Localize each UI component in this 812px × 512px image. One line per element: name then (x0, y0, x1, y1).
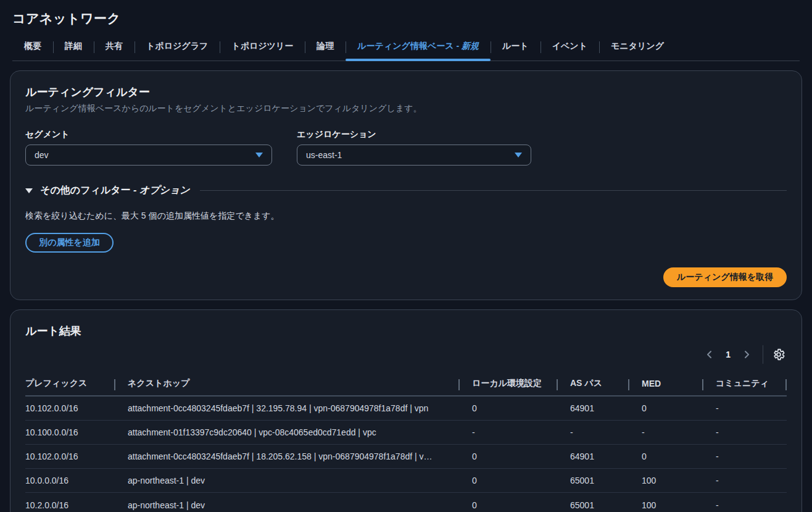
toolbar-divider (763, 345, 763, 364)
table-cell: 0 (460, 451, 558, 461)
column-header: AS パス (558, 374, 629, 395)
table-cell: 10.100.0.0/16 (25, 427, 115, 437)
tab-list: 概要詳細共有トポロジグラフトポロジツリー論理ルーティング情報ベース - 新規ルー… (12, 35, 800, 61)
tab-sharing[interactable]: 共有 (94, 35, 135, 61)
get-routing-information-button[interactable]: ルーティング情報を取得 (663, 267, 787, 287)
table-cell: 0 (460, 403, 558, 413)
caret-down-icon (515, 153, 522, 157)
routing-filter-title: ルーティングフィルター (25, 83, 787, 99)
more-filters-expander[interactable]: その他のフィルター - オプション (25, 184, 787, 197)
table-cell: 65001 (558, 500, 629, 510)
chevron-right-icon (742, 350, 752, 359)
table-cell: 0 (629, 451, 703, 461)
table-cell: 10.2.0.0/16 (25, 500, 115, 510)
column-header: ネクストホップ (115, 374, 460, 395)
column-resize-handle[interactable] (785, 379, 787, 390)
edge-location-field: エッジロケーション us-east-1 (297, 129, 531, 166)
segment-select-value: dev (35, 150, 49, 160)
table-row: 10.102.0.0/16attachment-0cc4803245fdaeb7… (25, 445, 787, 469)
table-cell: attachment-0cc4803245fdaeb7f | 18.205.62… (115, 451, 460, 461)
table-cell: - (703, 451, 787, 461)
triangle-down-icon (25, 188, 33, 193)
table-cell: 10.102.0.0/16 (25, 403, 115, 413)
page-header: コアネットワーク 概要詳細共有トポロジグラフトポロジツリー論理ルーティング情報ベ… (0, 0, 812, 61)
page-title: コアネットワーク (12, 10, 800, 27)
table-cell: - (460, 427, 558, 437)
table-cell: 10.0.0.0/16 (25, 476, 115, 485)
table-cell: ap-northeast-1 | dev (115, 500, 460, 510)
route-table-header: プレフィックスネクストホップローカル環境設定AS パスMEDコミュニティ (25, 374, 787, 397)
table-cell: attachment-01f13397c9dc20640 | vpc-08c40… (115, 427, 460, 437)
segment-field: セグメント dev (25, 129, 272, 166)
table-cell: 100 (629, 500, 703, 510)
next-page-button[interactable] (738, 347, 755, 362)
edge-location-label: エッジロケーション (297, 129, 531, 140)
tab-logical[interactable]: 論理 (305, 35, 346, 61)
table-cell: - (703, 500, 787, 510)
more-filters-help-text: 検索を絞り込むために、最大 5 個の追加属性値を指定できます。 (25, 211, 787, 222)
chevron-left-icon (705, 350, 715, 359)
table-cell: - (703, 403, 787, 413)
add-attribute-button[interactable]: 別の属性を追加 (25, 233, 114, 253)
table-cell: - (629, 427, 703, 437)
table-cell: 0 (629, 403, 703, 413)
expander-divider (200, 190, 787, 191)
caret-down-icon (255, 153, 263, 157)
table-cell: 10.102.0.0/16 (25, 451, 115, 461)
routing-filter-panel: ルーティングフィルター ルーティング情報ベースからのルートをセグメントとエッジロ… (10, 70, 802, 300)
table-cell: 0 (460, 500, 558, 510)
table-settings-button[interactable] (771, 346, 787, 363)
table-cell: 64901 (558, 451, 629, 461)
table-cell: 65001 (558, 476, 629, 485)
table-cell: 100 (629, 476, 703, 485)
tab-routing-information-base[interactable]: ルーティング情報ベース - 新規 (346, 35, 491, 61)
column-header: ローカル環境設定 (460, 374, 558, 395)
tab-topology-tree[interactable]: トポロジツリー (220, 35, 305, 61)
tab-monitoring[interactable]: モニタリング (599, 35, 676, 61)
tab-routes[interactable]: ルート (491, 35, 541, 61)
filter-panel-footer: ルーティング情報を取得 (25, 267, 787, 287)
route-table: プレフィックスネクストホップローカル環境設定AS パスMEDコミュニティ 10.… (25, 374, 787, 512)
edge-location-select-value: us-east-1 (306, 150, 342, 160)
route-table-body: 10.102.0.0/16attachment-0cc4803245fdaeb7… (25, 397, 787, 512)
tab-details[interactable]: 詳細 (53, 35, 94, 61)
table-cell: 64901 (558, 403, 629, 413)
route-results-title: ルート結果 (25, 322, 787, 338)
results-toolbar: 1 (25, 345, 787, 364)
more-filters-label: その他のフィルター - オプション (40, 184, 190, 197)
table-row: 10.102.0.0/16attachment-0cc4803245fdaeb7… (25, 397, 787, 421)
table-cell: 0 (460, 476, 558, 485)
route-results-panel: ルート結果 1 プレフィックスネクストホップローカル環境設定AS パスMEDコミ… (10, 309, 802, 512)
column-header: MED (629, 375, 703, 395)
table-cell: ap-northeast-1 | dev (115, 476, 460, 485)
table-cell: - (558, 427, 629, 437)
segment-label: セグメント (25, 129, 272, 140)
column-header: コミュニティ (703, 374, 787, 395)
table-cell: - (703, 427, 787, 437)
previous-page-button[interactable] (701, 347, 718, 362)
table-row: 10.100.0.0/16attachment-01f13397c9dc2064… (25, 421, 787, 445)
tab-overview[interactable]: 概要 (12, 35, 53, 61)
filter-fields-row: セグメント dev エッジロケーション us-east-1 (25, 129, 787, 166)
edge-location-select[interactable]: us-east-1 (297, 145, 531, 166)
table-row: 10.2.0.0/16ap-northeast-1 | dev065001100… (25, 493, 787, 512)
table-cell: - (703, 476, 787, 485)
table-row: 10.0.0.0/16ap-northeast-1 | dev065001100… (25, 469, 787, 493)
column-header: プレフィックス (25, 374, 115, 395)
gear-icon (772, 348, 785, 361)
table-cell: attachment-0cc4803245fdaeb7f | 32.195.78… (115, 403, 460, 413)
tab-events[interactable]: イベント (541, 35, 599, 61)
current-page-number: 1 (718, 350, 738, 359)
segment-select[interactable]: dev (25, 145, 272, 166)
tab-topology-graph[interactable]: トポロジグラフ (135, 35, 220, 61)
routing-filter-description: ルーティング情報ベースからのルートをセグメントとエッジロケーションでフィルタリン… (25, 103, 787, 114)
